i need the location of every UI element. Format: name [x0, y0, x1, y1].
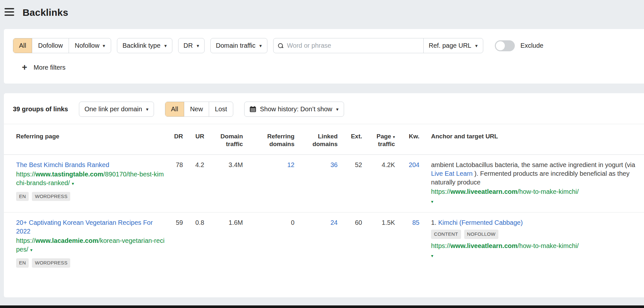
search-input[interactable] — [287, 42, 419, 49]
chevron-down-icon: ▾ — [103, 43, 105, 48]
ur-value: 4.2 — [183, 161, 204, 205]
linked-domains-value: 36 — [294, 161, 338, 205]
referring-page-cell: 20+ Captivating Korean Vegetarian Recipe… — [16, 218, 165, 267]
domain-traffic-value: 1.6M — [204, 218, 243, 267]
dr-value: 59 — [165, 218, 183, 267]
referring-page-url[interactable]: https://www.lacademie.com/korean-vegetar… — [16, 236, 165, 254]
dr-value: 78 — [165, 161, 183, 205]
col-linked-domains[interactable]: Linked domains — [294, 133, 338, 148]
search-icon — [278, 43, 283, 48]
domain-traffic-dropdown[interactable]: Domain traffic ▾ — [210, 38, 267, 53]
page-traffic-value: 4.2K — [362, 161, 395, 205]
more-filters-button[interactable]: + More filters — [22, 63, 65, 72]
search-area — [274, 38, 423, 53]
target-url[interactable]: https://www.liveeatlearn.com/how-to-make… — [431, 187, 639, 196]
table-header-row: Referring page DR UR Domain traffic Refe… — [4, 124, 644, 155]
referring-page-cell: The Best Kimchi Brands Ranked https://ww… — [16, 161, 165, 205]
platform-badge: WORDPRESS — [32, 258, 70, 267]
col-referring-domains[interactable]: Referring domains — [243, 133, 294, 148]
col-anchor-target[interactable]: Anchor and target URL — [419, 133, 639, 148]
anchor-link[interactable]: Kimchi (Fermented Cabbage) — [438, 219, 523, 226]
follow-filter-group: All Dofollow Nofollow ▾ — [13, 38, 111, 53]
anchor-text: 1. Kimchi (Fermented Cabbage) — [431, 218, 639, 227]
table-row: 20+ Captivating Korean Vegetarian Recipe… — [4, 213, 644, 275]
groups-count: 39 groups of links — [13, 105, 68, 113]
exclude-toggle-label: Exclude — [521, 42, 543, 49]
status-filter-group: All New Lost — [165, 102, 233, 117]
language-badge: EN — [16, 192, 29, 201]
window-bottom-edge — [0, 305, 644, 308]
content-badge: CONTENT — [431, 230, 461, 239]
col-page-traffic[interactable]: Page ▾ traffic — [362, 133, 395, 148]
dr-dropdown[interactable]: DR ▾ — [178, 38, 205, 53]
expand-target-icon[interactable]: ▾ — [431, 199, 639, 205]
col-domain-traffic[interactable]: Domain traffic — [204, 133, 243, 148]
col-dr[interactable]: DR — [165, 133, 183, 148]
linked-domains-value: 24 — [294, 218, 338, 267]
platform-badge: WORDPRESS — [32, 192, 70, 201]
col-ur[interactable]: UR — [183, 133, 204, 148]
anchor-target-cell: ambient Lactobacillus bacteria, the same… — [419, 161, 639, 205]
chevron-down-icon: ▾ — [164, 43, 167, 48]
col-referring-page[interactable]: Referring page — [16, 133, 165, 148]
backlinks-table-panel: 39 groups of links One link per domain ▾… — [4, 93, 644, 297]
chevron-down-icon: ▾ — [475, 43, 478, 48]
status-filter-new[interactable]: New — [184, 102, 209, 116]
nofollow-badge: NOFOLLOW — [464, 230, 498, 239]
calendar-icon — [250, 106, 256, 112]
expand-target-icon[interactable]: ▾ — [431, 253, 639, 259]
chevron-down-icon: ▾ — [336, 107, 339, 112]
col-ext[interactable]: Ext. — [338, 133, 362, 148]
chevron-down-icon: ▾ — [146, 107, 149, 112]
page-title: Backlinks — [23, 7, 68, 18]
follow-filter-all[interactable]: All — [13, 38, 32, 53]
col-kw[interactable]: Kw. — [395, 133, 419, 148]
chevron-down-icon: ▾ — [197, 43, 199, 48]
follow-filter-dofollow[interactable]: Dofollow — [32, 38, 69, 53]
ext-value: 60 — [338, 218, 362, 267]
badges: EN WORDPRESS — [16, 258, 165, 267]
ur-value: 0.8 — [183, 218, 204, 267]
anchor-target-cell: 1. Kimchi (Fermented Cabbage) CONTENT NO… — [419, 218, 639, 267]
status-filter-lost[interactable]: Lost — [209, 102, 233, 116]
word-or-phrase-filter: Ref. page URL ▾ — [273, 38, 483, 53]
anchor-text: ambient Lactobacillus bacteria, the same… — [431, 161, 639, 187]
show-history-dropdown[interactable]: Show history: Don’t show ▾ — [244, 102, 344, 117]
kw-value: 85 — [395, 218, 419, 267]
link-mode-dropdown[interactable]: One link per domain ▾ — [79, 102, 154, 117]
ext-value: 52 — [338, 161, 362, 205]
table-row: The Best Kimchi Brands Ranked https://ww… — [4, 155, 644, 213]
referring-page-link[interactable]: 20+ Captivating Korean Vegetarian Recipe… — [16, 219, 153, 235]
table-toolbar: 39 groups of links One link per domain ▾… — [4, 102, 644, 117]
top-bar: Backlinks — [0, 0, 644, 29]
ref-page-url-dropdown[interactable]: Ref. page URL ▾ — [423, 38, 483, 53]
badges: EN WORDPRESS — [16, 192, 165, 201]
exclude-toggle-wrap: Exclude — [495, 40, 543, 51]
menu-icon[interactable] — [5, 8, 14, 16]
expand-url-icon[interactable]: ▾ — [30, 247, 33, 253]
referring-page-link[interactable]: The Best Kimchi Brands Ranked — [16, 161, 109, 168]
follow-filter-nofollow[interactable]: Nofollow ▾ — [69, 38, 111, 53]
page-traffic-value: 1.5K — [362, 218, 395, 267]
target-url[interactable]: https://www.liveeatlearn.com/how-to-make… — [431, 242, 639, 250]
language-badge: EN — [16, 258, 29, 267]
status-filter-all[interactable]: All — [165, 102, 184, 116]
expand-url-icon[interactable]: ▾ — [72, 181, 74, 186]
referring-domains-value: 12 — [243, 161, 294, 205]
anchor-badges: CONTENT NOFOLLOW — [431, 230, 639, 239]
kw-value: 204 — [395, 161, 419, 205]
anchor-link[interactable]: Live Eat Learn — [431, 170, 473, 177]
referring-domains-value: 0 — [243, 218, 294, 267]
plus-icon: + — [22, 63, 27, 72]
exclude-toggle[interactable] — [495, 40, 515, 51]
domain-traffic-value: 3.4M — [204, 161, 243, 205]
referring-page-url[interactable]: https://www.tastingtable.com/890170/the-… — [16, 170, 165, 187]
backlink-type-dropdown[interactable]: Backlink type ▾ — [117, 38, 172, 53]
chevron-down-icon: ▾ — [259, 43, 262, 48]
toggle-knob — [496, 41, 505, 50]
filters-panel: All Dofollow Nofollow ▾ Backlink type ▾ … — [4, 29, 644, 84]
filter-row: All Dofollow Nofollow ▾ Backlink type ▾ … — [13, 38, 644, 53]
